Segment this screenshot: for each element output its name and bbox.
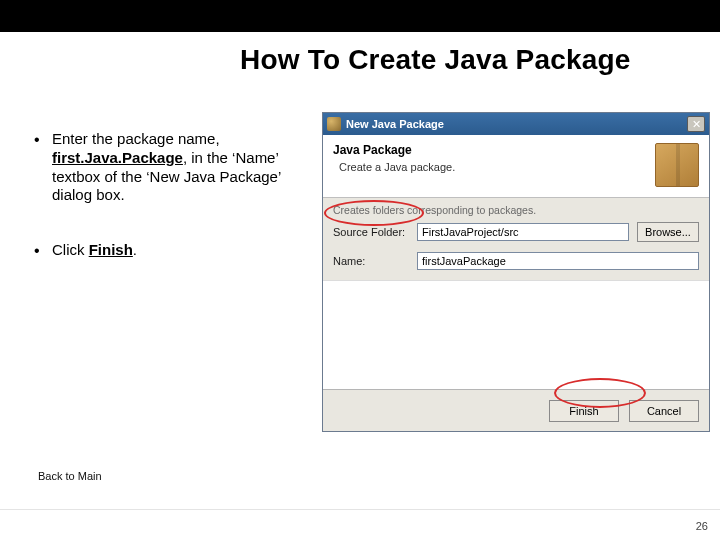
package-icon bbox=[327, 117, 341, 131]
bullet-text: Enter the package name, bbox=[52, 130, 220, 147]
page-title: How To Create Java Package bbox=[240, 44, 700, 76]
footer-divider bbox=[0, 509, 720, 510]
page-number: 26 bbox=[696, 520, 708, 532]
new-java-package-dialog: New Java Package ✕ Java Package Create a… bbox=[322, 112, 710, 432]
back-to-main-link[interactable]: Back to Main bbox=[38, 470, 102, 482]
browse-button[interactable]: Browse... bbox=[637, 222, 699, 242]
source-folder-input[interactable] bbox=[417, 223, 629, 241]
close-icon: ✕ bbox=[692, 119, 701, 130]
name-row: Name: bbox=[333, 252, 699, 270]
dialog-body bbox=[323, 280, 709, 389]
close-button[interactable]: ✕ bbox=[687, 116, 705, 132]
instructions: Enter the package name, first.Java.Packa… bbox=[30, 130, 310, 296]
dialog-screenshot: New Java Package ✕ Java Package Create a… bbox=[322, 112, 710, 432]
bullet-strong: first.Java.Package bbox=[52, 149, 183, 166]
titlebar: New Java Package ✕ bbox=[323, 113, 709, 135]
bullet-strong: Finish bbox=[89, 241, 133, 258]
bullet-item: Enter the package name, first.Java.Packa… bbox=[30, 130, 310, 205]
bullet-item: Click Finish. bbox=[30, 241, 310, 260]
package-large-icon bbox=[655, 143, 699, 187]
cancel-button[interactable]: Cancel bbox=[629, 400, 699, 422]
source-folder-label: Source Folder: bbox=[333, 226, 417, 238]
bullet-text: Click bbox=[52, 241, 89, 258]
top-band bbox=[0, 0, 720, 32]
finish-button[interactable]: Finish bbox=[549, 400, 619, 422]
dialog-form: Source Folder: Browse... Name: bbox=[323, 218, 709, 280]
slide: How To Create Java Package Enter the pac… bbox=[0, 0, 720, 540]
name-input[interactable] bbox=[417, 252, 699, 270]
titlebar-text: New Java Package bbox=[346, 118, 687, 130]
banner-subtitle: Create a Java package. bbox=[339, 161, 455, 173]
name-label: Name: bbox=[333, 255, 417, 267]
bullet-text: . bbox=[133, 241, 137, 258]
button-bar: Finish Cancel bbox=[323, 389, 709, 431]
banner-title: Java Package bbox=[333, 143, 455, 157]
source-folder-row: Source Folder: Browse... bbox=[333, 222, 699, 242]
banner-note: Creates folders corresponding to package… bbox=[323, 198, 709, 218]
dialog-banner: Java Package Create a Java package. bbox=[323, 135, 709, 198]
